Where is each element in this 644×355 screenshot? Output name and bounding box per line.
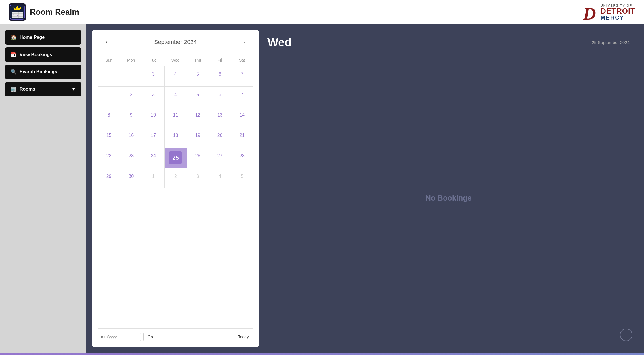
cal-day-num: 27 [215, 151, 225, 161]
home-page-button[interactable]: 🏠 Home Page [5, 30, 81, 45]
rooms-left: 🏢 Rooms [10, 86, 35, 92]
cal-cell[interactable]: 4 [164, 87, 186, 107]
cal-cell[interactable]: 1 [142, 168, 164, 188]
cal-cell[interactable]: 21 [231, 127, 253, 148]
cal-cell[interactable]: 18 [164, 127, 186, 148]
day-name-sun: Sun [98, 56, 120, 65]
main-layout: 🏠 Home Page 📅 View Bookings 🔍 Search Boo… [0, 24, 644, 353]
calendar-icon: 📅 [10, 51, 17, 58]
view-bookings-label: View Bookings [20, 52, 52, 57]
cal-cell[interactable]: 7 [231, 87, 253, 107]
cal-cell[interactable]: 2 [164, 168, 186, 188]
calendar-panel: ‹ September 2024 › Sun Mon Tue Wed Thu F… [92, 30, 259, 347]
cal-day-num: 29 [104, 172, 114, 181]
cal-cell[interactable]: 30 [120, 168, 142, 188]
chevron-down-icon: ▼ [71, 87, 76, 92]
add-booking-button[interactable]: + [620, 329, 632, 341]
cal-cell[interactable]: 9 [120, 107, 142, 127]
next-month-button[interactable]: › [241, 37, 247, 47]
cal-cell[interactable]: 4 [209, 168, 231, 188]
cal-day-num: 20 [215, 131, 225, 140]
cal-cell[interactable]: 20 [209, 127, 231, 148]
cal-cell[interactable] [98, 66, 120, 86]
cal-day-num: 11 [171, 110, 180, 120]
info-panel: Wed 25 September 2024 No Bookings + [259, 30, 638, 347]
cal-cell[interactable]: 1 [98, 87, 120, 107]
cal-cell[interactable]: 26 [187, 148, 209, 168]
cal-cell[interactable]: 8 [98, 107, 120, 127]
cal-cell[interactable]: 3 [142, 66, 164, 86]
calendar-weeks: 3 4 5 6 7 1 2 3 4 5 6 7 [98, 66, 253, 188]
rooms-label: Rooms [20, 87, 35, 92]
go-button[interactable]: Go [143, 333, 157, 341]
calendar-header: ‹ September 2024 › [98, 37, 253, 47]
cal-day-num: 24 [149, 151, 158, 161]
cal-day-num: 4 [171, 90, 180, 99]
cal-day-num: 19 [193, 131, 202, 140]
mercy-label: MERCY [601, 15, 635, 20]
cal-cell[interactable]: 29 [98, 168, 120, 188]
cal-cell[interactable]: 13 [209, 107, 231, 127]
cal-cell[interactable]: 7 [231, 66, 253, 86]
today-button[interactable]: Today [234, 333, 253, 341]
cal-cell[interactable]: 28 [231, 148, 253, 168]
cal-cell[interactable]: 27 [209, 148, 231, 168]
no-bookings-label: No Bookings [267, 55, 630, 341]
cal-cell[interactable]: 3 [187, 168, 209, 188]
cal-cell[interactable]: 12 [187, 107, 209, 127]
view-bookings-button[interactable]: 📅 View Bookings [5, 47, 81, 62]
cal-cell-selected[interactable]: 25 [164, 148, 186, 168]
search-icon: 🔍 [10, 69, 17, 75]
cal-day-num: 2 [171, 172, 180, 181]
cal-week-1: 3 4 5 6 7 [98, 66, 253, 86]
cal-cell[interactable]: 10 [142, 107, 164, 127]
cal-cell[interactable]: 4 [164, 66, 186, 86]
cal-cell[interactable]: 17 [142, 127, 164, 148]
cal-day-num: 5 [193, 70, 202, 79]
cal-day-num: 7 [238, 70, 247, 79]
cal-cell[interactable]: 14 [231, 107, 253, 127]
rooms-icon: 🏢 [10, 86, 17, 92]
cal-cell[interactable]: 5 [231, 168, 253, 188]
cal-cell[interactable] [120, 66, 142, 86]
cal-day-num: 4 [171, 70, 180, 79]
main-content: ‹ September 2024 › Sun Mon Tue Wed Thu F… [86, 24, 644, 353]
app-title: Room Realm [30, 7, 79, 17]
cal-cell[interactable]: 24 [142, 148, 164, 168]
cal-day-num: 26 [193, 151, 202, 161]
day-name-thu: Thu [187, 56, 209, 65]
cal-day-num: 6 [215, 90, 225, 99]
cal-day-num: 16 [127, 131, 136, 140]
cal-day-num: 2 [127, 90, 136, 99]
cal-cell[interactable]: 11 [164, 107, 186, 127]
cal-cell[interactable]: 2 [120, 87, 142, 107]
cal-cell[interactable]: 23 [120, 148, 142, 168]
cal-cell[interactable]: 5 [187, 66, 209, 86]
header: Room Realm D UNIVERSITY OF DETROIT MERCY [0, 0, 644, 24]
svg-point-11 [17, 15, 18, 16]
date-input[interactable] [98, 333, 141, 341]
day-name-sat: Sat [231, 56, 253, 65]
svg-point-10 [13, 14, 14, 15]
cal-cell[interactable]: 3 [142, 87, 164, 107]
cal-day-num: 5 [193, 90, 202, 99]
cal-day-num: 21 [238, 131, 247, 140]
day-name-wed: Wed [164, 56, 186, 65]
cal-day-num: 7 [238, 90, 247, 99]
cal-day-num: 6 [215, 70, 225, 79]
cal-day-num: 17 [149, 131, 158, 140]
prev-month-button[interactable]: ‹ [104, 37, 110, 47]
search-bookings-button[interactable]: 🔍 Search Bookings [5, 65, 81, 79]
cal-day-num: 22 [104, 151, 114, 161]
cal-cell[interactable]: 19 [187, 127, 209, 148]
cal-cell[interactable]: 6 [209, 87, 231, 107]
cal-cell[interactable]: 22 [98, 148, 120, 168]
cal-day-num: 13 [215, 110, 225, 120]
cal-cell[interactable]: 6 [209, 66, 231, 86]
cal-cell[interactable]: 16 [120, 127, 142, 148]
rooms-button[interactable]: 🏢 Rooms ▼ [5, 82, 81, 96]
header-left: Room Realm [9, 3, 79, 21]
cal-cell[interactable]: 15 [98, 127, 120, 148]
cal-cell[interactable]: 5 [187, 87, 209, 107]
info-header: Wed 25 September 2024 [267, 36, 630, 49]
